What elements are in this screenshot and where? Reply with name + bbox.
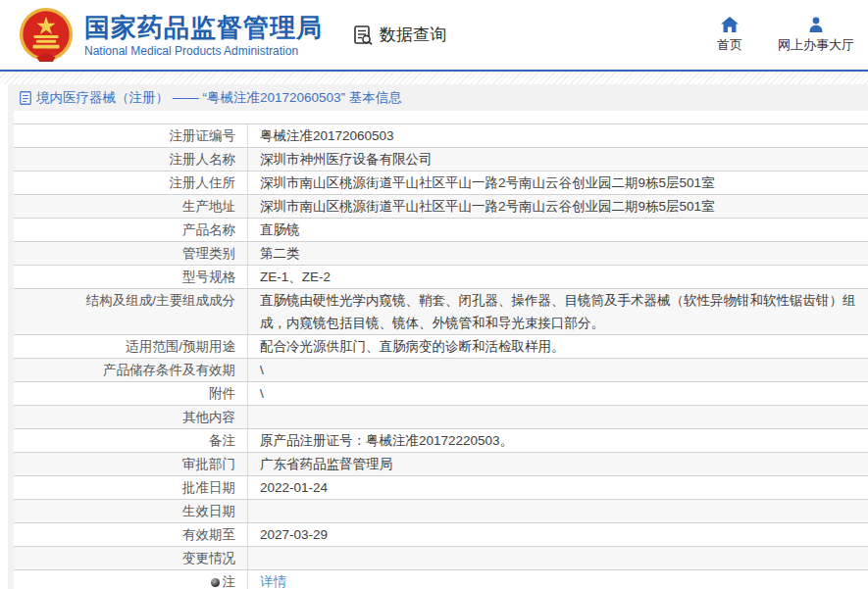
row-value — [248, 406, 868, 428]
org-names: 国家药品监督管理局 National Medical Products Admi… — [84, 13, 323, 58]
row-label: 生效日期 — [14, 500, 248, 522]
content-area: 境内医疗器械（注册） —— “粤械注准20172060503” 基本信息 注册证… — [8, 84, 868, 589]
row-label: 变更情况 — [14, 547, 248, 569]
row-label: 适用范围/预期用途 — [14, 335, 248, 358]
org-name-cn: 国家药品监督管理局 — [84, 13, 323, 42]
top-nav: 首页 网上办事大厅 — [717, 17, 854, 54]
row-label: 产品名称 — [14, 219, 248, 241]
person-icon — [808, 17, 824, 32]
table-row: 生效日期 — [14, 500, 868, 523]
table-row: 注册人名称深圳市神州医疗设备有限公司 — [14, 148, 868, 172]
detail-link[interactable]: 详情 — [260, 574, 286, 589]
row-value: 原产品注册证号：粤械注准20172220503。 — [248, 429, 868, 452]
table-row: 备注原产品注册证号：粤械注准20172220503。 — [14, 429, 868, 453]
table-row: 批准日期2022-01-24 — [14, 476, 868, 500]
row-label: 其他内容 — [14, 406, 248, 428]
table-row: 型号规格ZE-1、ZE-2 — [14, 266, 868, 289]
nav-home[interactable]: 首页 — [717, 17, 742, 54]
breadcrumb-text: 境内医疗器械（注册） —— “粤械注准20172060503” 基本信息 — [36, 89, 402, 107]
row-value: 深圳市神州医疗设备有限公司 — [248, 148, 868, 171]
row-value: \ — [248, 382, 868, 405]
row-value: 第二类 — [248, 242, 868, 265]
row-label: 附件 — [14, 382, 248, 405]
table-row: 变更情况 — [14, 547, 868, 570]
row-value: 直肠镜由硬性光学内窥镜、鞘套、闭孔器、操作器、目镜筒及手术器械（软性异物钳和软性… — [248, 289, 868, 334]
table-row: 注册人住所深圳市南山区桃源街道平山社区平山一路2号南山云谷创业园二期9栋5层50… — [14, 172, 868, 195]
nav-online-hall[interactable]: 网上办事大厅 — [778, 17, 854, 54]
row-value: 2022-01-24 — [248, 476, 868, 499]
document-icon — [20, 91, 31, 105]
table-row: 适用范围/预期用途配合冷光源供肛门、直肠病变的诊断和活检取样用。 — [14, 335, 868, 359]
nav-home-label: 首页 — [717, 36, 742, 54]
table-wrap: 注册证编号粤械注准20172060503注册人名称深圳市神州医疗设备有限公司注册… — [14, 111, 868, 589]
row-label: 批准日期 — [14, 476, 248, 499]
row-value: 详情 — [248, 570, 868, 589]
data-query-icon — [352, 25, 374, 46]
data-query-section[interactable]: 数据查询 — [352, 24, 446, 46]
row-value: 深圳市南山区桃源街道平山社区平山一路2号南山云谷创业园二期9栋5层501室 — [248, 195, 868, 218]
row-value: 直肠镜 — [248, 219, 868, 241]
site-header: 国家药品监督管理局 National Medical Products Admi… — [0, 0, 868, 70]
row-label: 有效期至 — [14, 523, 248, 546]
table-row: 注详情 — [14, 570, 868, 589]
table-row: 附件\ — [14, 382, 868, 406]
row-value — [248, 500, 868, 522]
nav-online-hall-label: 网上办事大厅 — [778, 36, 854, 54]
note-icon — [211, 578, 220, 587]
data-query-label: 数据查询 — [380, 24, 446, 46]
table-row: 注册证编号粤械注准20172060503 — [14, 123, 868, 148]
row-value: 深圳市南山区桃源街道平山社区平山一路2号南山云谷创业园二期9栋5层501室 — [248, 172, 868, 194]
row-label: 产品储存条件及有效期 — [14, 359, 248, 381]
org-logo-block[interactable]: 国家药品监督管理局 National Medical Products Admi… — [18, 7, 323, 64]
row-label: 注册人住所 — [14, 172, 248, 194]
nmpa-emblem-logo — [18, 7, 75, 64]
breadcrumb: 境内医疗器械（注册） —— “粤械注准20172060503” 基本信息 — [8, 84, 868, 111]
table-row: 产品名称直肠镜 — [14, 219, 868, 242]
table-row: 产品储存条件及有效期\ — [14, 359, 868, 382]
row-label: 注 — [14, 570, 248, 589]
hatch-strip — [0, 72, 868, 84]
page: 国家药品监督管理局 National Medical Products Admi… — [0, 0, 868, 589]
row-value: 广东省药品监督管理局 — [248, 453, 868, 475]
row-label: 管理类别 — [14, 242, 248, 265]
row-value — [248, 547, 868, 569]
row-value: ZE-1、ZE-2 — [248, 266, 868, 288]
row-label: 型号规格 — [14, 266, 248, 288]
table-row: 其他内容 — [14, 406, 868, 429]
row-label: 结构及组成/主要组成成分 — [14, 289, 248, 334]
row-label: 审批部门 — [14, 453, 248, 475]
row-value: 2027-03-29 — [248, 523, 868, 546]
row-label: 生产地址 — [14, 195, 248, 218]
row-label: 注册人名称 — [14, 148, 248, 171]
row-label: 备注 — [14, 429, 248, 452]
table-row: 有效期至2027-03-29 — [14, 523, 868, 547]
row-value: 粤械注准20172060503 — [248, 124, 868, 147]
table-row: 审批部门广东省药品监督管理局 — [14, 453, 868, 476]
table-row: 生产地址深圳市南山区桃源街道平山社区平山一路2号南山云谷创业园二期9栋5层501… — [14, 195, 868, 219]
row-label: 注册证编号 — [14, 124, 248, 147]
row-value: 配合冷光源供肛门、直肠病变的诊断和活检取样用。 — [248, 335, 868, 358]
org-name-en: National Medical Products Administration — [84, 44, 323, 58]
table-row: 管理类别第二类 — [14, 242, 868, 266]
home-icon — [721, 17, 739, 32]
table-row: 结构及组成/主要组成成分直肠镜由硬性光学内窥镜、鞘套、闭孔器、操作器、目镜筒及手… — [14, 289, 868, 335]
row-value: \ — [248, 359, 868, 381]
info-table: 注册证编号粤械注准20172060503注册人名称深圳市神州医疗设备有限公司注册… — [14, 123, 868, 589]
